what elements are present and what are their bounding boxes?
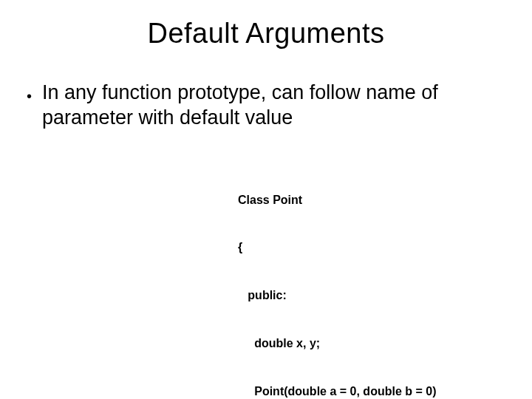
code-block: Class Point { public: double x, y; Point… bbox=[238, 160, 505, 400]
code-line: Point(double a = 0, double b = 0) bbox=[238, 383, 505, 399]
slide: Default Arguments • In any function prot… bbox=[0, 0, 532, 399]
code-line: public: bbox=[238, 287, 505, 304]
page-title: Default Arguments bbox=[27, 18, 505, 50]
code-line: double x, y; bbox=[238, 335, 505, 352]
code-line: Class Point bbox=[238, 192, 505, 208]
bullet-marker: • bbox=[27, 87, 32, 106]
bullet-item: • In any function prototype, can follow … bbox=[27, 81, 505, 131]
code-line: { bbox=[238, 239, 505, 256]
bullet-text: In any function prototype, can follow na… bbox=[42, 81, 505, 131]
